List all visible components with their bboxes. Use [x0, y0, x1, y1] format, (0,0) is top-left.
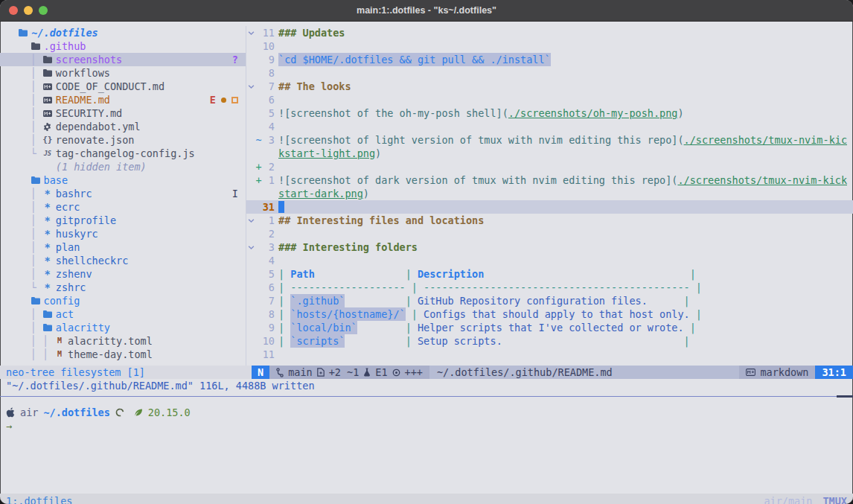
editor-line-1[interactable]: +1![screenshot of dark version of tmux w…: [246, 173, 853, 187]
text-segment-plain: [345, 294, 405, 307]
editor-line-9[interactable]: 9| `local/bin` | Helper scripts that I'v…: [246, 321, 853, 334]
text-segment-cell: Setup scripts.: [418, 334, 502, 348]
tree-item--.dotfiles[interactable]: ~/.dotfiles: [0, 26, 246, 39]
editor-line-10[interactable]: 10: [246, 39, 853, 53]
ast-icon: *: [42, 187, 53, 200]
ast-icon: *: [42, 240, 53, 254]
tree-item-gitprofile[interactable]: │ *gitprofile: [0, 214, 246, 227]
shell-prompt: air ~/.dotfiles 20.15.0: [0, 406, 853, 419]
tree-item-security.md[interactable]: │ SECURITY.md: [0, 106, 246, 120]
tree-item-ecrc[interactable]: │ *ecrc: [0, 200, 246, 214]
tree-item-shellcheckrc[interactable]: │ *shellcheckrc: [0, 254, 246, 267]
editor-line-wrap[interactable]: start-dark.png): [246, 187, 853, 200]
editor-line-7[interactable]: 7## The looks: [246, 80, 853, 93]
text-segment-url: ./screenshots/tmux-nvim-kick: [677, 173, 847, 187]
editor-line-5[interactable]: 5![screenshot of the oh-my-posh shell](.…: [246, 106, 853, 120]
line-number: 5: [262, 106, 275, 120]
text-segment-pipe: |: [278, 334, 290, 348]
tmux-window-item[interactable]: 1:.dotfiles: [6, 494, 72, 504]
ast-icon: *: [42, 214, 53, 227]
markdown-icon: [746, 369, 755, 376]
tree-item-bashrc[interactable]: │ *bashrcI: [0, 187, 246, 200]
editor-line-wrap[interactable]: kstart-light.png): [246, 147, 853, 160]
shell-input-line[interactable]: →: [0, 419, 853, 433]
editor-line-11[interactable]: 11: [246, 348, 853, 361]
editor-line-8[interactable]: 8: [246, 66, 853, 80]
line-number: 6: [262, 93, 275, 106]
ast-icon: *: [42, 254, 53, 267]
fold-chevron-icon[interactable]: [246, 30, 255, 36]
fold-chevron-icon[interactable]: [246, 244, 255, 251]
tree-item-plan[interactable]: │ *plan: [0, 240, 246, 254]
text-segment-pipe: |: [406, 307, 424, 321]
tmux-status-bar: 1:.dotfiles air/main TMUX: [0, 494, 853, 504]
editor-line-31[interactable]: 31: [246, 200, 853, 214]
tree-item-zshenv[interactable]: │ *zshenv: [0, 267, 246, 281]
line-number: 9: [262, 53, 275, 66]
tree-item-config[interactable]: config: [0, 294, 246, 307]
editor-line-2[interactable]: +2: [246, 160, 853, 173]
terminal-window: main:1:.dotfiles - "ks~/.dotfiles" ~/.do…: [0, 0, 853, 504]
tree-item-code-of-conduct.md[interactable]: │ CODE_OF_CONDUCT.md: [0, 80, 246, 93]
line-number: 6: [262, 281, 275, 294]
tree-item-base[interactable]: base: [0, 173, 246, 187]
node-version: 20.15.0: [148, 406, 191, 419]
fold-chevron-icon[interactable]: [246, 217, 255, 224]
tree-item-.github[interactable]: .github: [0, 39, 246, 53]
tree-item-zshrc[interactable]: └ *zshrc: [0, 281, 246, 294]
editor-line-4[interactable]: 4: [246, 254, 853, 267]
editor-line-7[interactable]: 7| `.github` | GitHub Repository configu…: [246, 294, 853, 307]
editor-line-5[interactable]: 5| Path | Description |: [246, 267, 853, 281]
text-segment-h3: ### Updates: [278, 26, 345, 39]
editor-line-2[interactable]: 2: [246, 227, 853, 240]
text-segment-pipe: |: [278, 321, 290, 334]
tree-item-renovate.json[interactable]: │ {}renovate.json: [0, 133, 246, 147]
editor-line-8[interactable]: 8| `hosts/{hostname}/` | Configs that sh…: [246, 307, 853, 321]
line-number: 3: [262, 240, 275, 254]
git-branch-name: main: [288, 366, 313, 379]
tree-item--1-hidden-item-[interactable]: (1 hidden item): [0, 160, 246, 173]
fold-chevron-icon[interactable]: [246, 83, 255, 90]
editor-line-6[interactable]: 6| ------------------- | ---------------…: [246, 281, 853, 294]
editor-line-9[interactable]: 9`cd $HOME/.dotfiles && git pull && ./in…: [246, 53, 853, 66]
tree-item-alacritty.toml[interactable]: │ │ Malacritty.toml: [0, 334, 246, 348]
editor-line-11[interactable]: 11### Updates: [246, 26, 853, 39]
tmux-label: TMUX: [822, 494, 847, 504]
badge-i: I: [232, 187, 238, 200]
tree-item-act[interactable]: │ act: [0, 307, 246, 321]
folder-icon: [42, 324, 53, 331]
text-segment-cell: Helper scripts that I've collected or wr…: [418, 321, 684, 334]
editor-line-3[interactable]: ~3![screenshot of light version of tmux …: [246, 133, 853, 147]
cursor-position: 31:1: [815, 366, 853, 379]
text-segment-th: Description: [418, 267, 484, 281]
tree-item-alacritty[interactable]: │ alacritty: [0, 321, 246, 334]
text-segment-plain: [648, 294, 684, 307]
line-number: 10: [262, 39, 275, 53]
tree-item-dependabot.yml[interactable]: │ dependabot.yml: [0, 120, 246, 133]
editor-line-6[interactable]: 6: [246, 93, 853, 106]
text-segment-url: ./screenshots/tmux-nvim-kic: [684, 133, 847, 147]
tree-item-tag-changelog-config.js[interactable]: └ JStag-changelog-config.js: [0, 147, 246, 160]
tree-item-theme-day.toml[interactable]: │ │ Mtheme-day.toml: [0, 348, 246, 361]
editor-line-10[interactable]: 10| `scripts` | Setup scripts. |: [246, 334, 853, 348]
tree-item-huskyrc[interactable]: │ *huskyrc: [0, 227, 246, 240]
tree-item-readme.md[interactable]: │ README.mdE: [0, 93, 246, 106]
diff-file-icon: [317, 368, 325, 377]
folder-icon: [31, 176, 41, 184]
editor-line-4[interactable]: 4: [246, 120, 853, 133]
editor-line-1[interactable]: 1## Interesting files and locations: [246, 214, 853, 227]
text-segment-cell: GitHub Repository configuration files.: [418, 294, 648, 307]
tree-item-label: renovate.json: [56, 133, 135, 147]
lualine: N main +2 ~1 E1 +++ ~/.dotfiles/.github/…: [252, 366, 853, 379]
tree-item-screenshots[interactable]: │ screenshots?: [0, 53, 246, 66]
editor-line-3[interactable]: 3### Interesting folders: [246, 240, 853, 254]
text-segment-plain: [502, 334, 684, 348]
tree-item-workflows[interactable]: │ workflows: [0, 66, 246, 80]
shell-pane[interactable]: air ~/.dotfiles 20.15.0 →: [0, 398, 853, 494]
nvim-area: ~/.dotfiles .github │ screenshots? │ wor…: [0, 22, 853, 392]
tree-item-label: bashrc: [56, 187, 92, 200]
folder-icon: [31, 297, 41, 304]
tree-item-label: config: [44, 294, 80, 307]
line-number: 7: [262, 294, 275, 307]
tmux-pane-divider[interactable]: [0, 392, 853, 398]
